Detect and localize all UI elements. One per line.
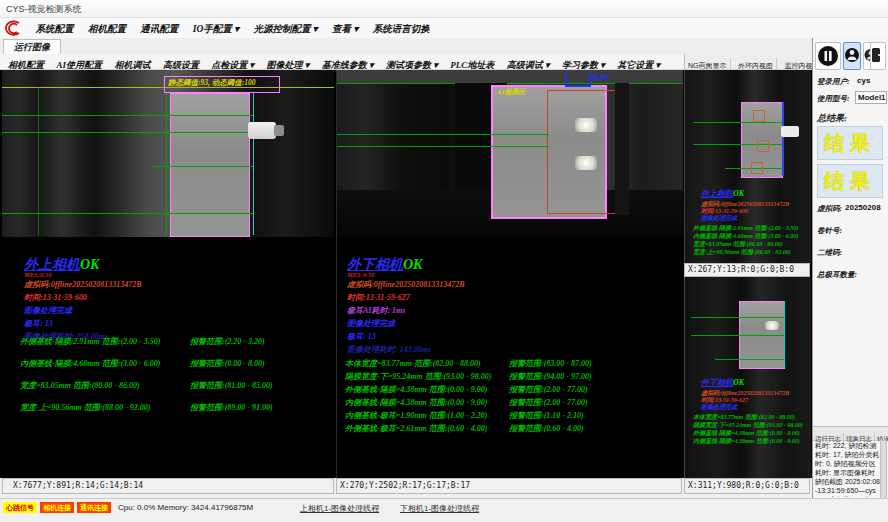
- virtual-code-label: 虚拟码:: [817, 204, 842, 214]
- thread-down-status[interactable]: 下相机1-图像处理线程: [400, 503, 479, 514]
- alarm-range: 报警范围:(83.00 - 87.00): [509, 358, 592, 369]
- green-guide-line: [337, 134, 549, 135]
- comm-status-badge: 通讯连接: [77, 502, 111, 513]
- green-guide-line: [337, 83, 683, 84]
- tool-spot-check[interactable]: 点检设置 ▾: [211, 57, 254, 70]
- camera-left-code: 虚拟码:0ffline2025020813313472B: [24, 279, 142, 290]
- tool-other-settings[interactable]: 其它设置 ▾: [617, 57, 660, 70]
- preview-bottom-name: 外下相机: [701, 378, 733, 387]
- log-text[interactable]: 耗时: 222, 缺陷检测耗时: 17, 缺陷分类耗时: 0, 缺陷视频分区耗时…: [815, 441, 881, 497]
- camera-left-image: 静态阈值:93, 动态阈值:100: [2, 70, 334, 237]
- blue-guide-vline: [782, 102, 784, 176]
- window-titlebar: CYS-视觉检测系统: [0, 0, 888, 18]
- camera-left-mes: MES:0/10: [24, 271, 51, 278]
- app-window: CYS-视觉检测系统 系统配置 相机配置 通讯配置 IO手配置 ▾ 光源控制配置…: [0, 0, 888, 522]
- window-statusbar: 心跳信号 相机连接 通讯连接 Cpu: 0.0% Memory: 3424.41…: [0, 498, 888, 517]
- preview-top-title: 外上相机OK: [701, 188, 744, 199]
- preview-bottom-measure: 内侧基线-隔膜=4.38mm 范围:(0.00 - 9.00): [693, 437, 800, 446]
- preview-top-measure: 宽度-上=90.56mm 范围:(88.00 - 92.00): [693, 248, 791, 257]
- camera-left-ok-status: OK: [80, 257, 99, 272]
- alarm-range: 报警范围:(2.20 - 3.20): [190, 336, 265, 347]
- tool-camera-debug[interactable]: 相机调试: [114, 57, 150, 70]
- measurement-row: 外侧基线-隔膜:2.91mm 范围:(2.00 - 3.50): [20, 336, 160, 347]
- camera-left-time: 时间:13-31-59-600: [24, 292, 87, 303]
- right-sidebar: 登录用户: cys 使用型号: Model1 总结果: 结果 结果 虚拟码: 2…: [812, 38, 888, 498]
- heartbeat-status-badge: 心跳信号: [3, 502, 37, 513]
- green-guide-line: [691, 335, 784, 336]
- green-guide-line: [337, 146, 549, 147]
- camera-mid-ok-status: OK: [403, 257, 422, 272]
- camera-left-statusbar: X:7677;Y:891;R:14;G:14;B:14: [2, 478, 334, 494]
- preview-view-bottom[interactable]: 外下相机OK 虚拟码:0ffline2025020813313472B 时间:1…: [684, 277, 811, 478]
- alarm-range: 报警范围:(94.00 - 97.00): [509, 371, 592, 382]
- pause-button[interactable]: [815, 42, 841, 70]
- alarm-range: 报警范围:(1.10 - 2.10): [509, 410, 584, 421]
- camera-view-left[interactable]: 静态阈值:93, 动态阈值:100 外上相机OK MES:0/10 虚拟码:0f…: [2, 70, 334, 478]
- alarm-range: 报警范围:(2.00 - 77.00): [509, 397, 588, 408]
- exit-button[interactable]: [870, 42, 886, 70]
- camera-mid-code: 虚拟码:0ffline2025020813313472B: [347, 279, 465, 290]
- menu-camera-config[interactable]: 相机配置: [88, 19, 126, 39]
- camera-left-done: 图像处理完成: [24, 305, 72, 316]
- measurement-row: 内侧基线-隔膜:4.60mm 范围:(3.00 - 6.00): [20, 358, 160, 369]
- total-result-label: 总结果:: [817, 112, 847, 125]
- menu-io-config[interactable]: IO手配置 ▾: [193, 19, 239, 39]
- connector-tip: [274, 125, 284, 136]
- measurement-row: 内侧基线-隔膜=4.38mm 范围:(0.00 - 9.00): [345, 397, 487, 408]
- qr-code-label: 二维码:: [817, 248, 842, 258]
- pin-number-label: 卷针号:: [817, 226, 842, 236]
- camera-mid-name: 外下相机: [347, 257, 403, 272]
- menu-language-switch[interactable]: 系统语言切换: [373, 19, 430, 39]
- green-guide-line: [2, 213, 253, 214]
- tool-plc-table[interactable]: PLC地址表: [450, 57, 494, 70]
- cyan-guide-vline: [784, 301, 785, 367]
- window-title: CYS-视觉检测系统: [6, 4, 82, 14]
- green-guide-line: [2, 132, 253, 133]
- thread-up-status[interactable]: 上相机1-图像处理线程: [300, 503, 379, 514]
- menu-comm-config[interactable]: 通讯配置: [140, 19, 178, 39]
- defect-marker-box: [757, 140, 769, 152]
- login-user-button[interactable]: [843, 42, 861, 70]
- measurement-row: 宽度-上=90.56mm 范围:(88.00 - 92.00): [20, 402, 150, 413]
- preview-bottom-ok: OK: [733, 378, 744, 387]
- tool-advanced-debug[interactable]: 高级调试 ▾: [507, 57, 550, 70]
- defect-marker-box: [753, 110, 765, 122]
- tab-strip: 运行图像: [0, 38, 812, 55]
- camera-mid-ai-time: 极耳AI耗时: 1ms: [347, 305, 405, 316]
- tool-test-params[interactable]: 测试项参数 ▾: [386, 57, 438, 70]
- result-indicator-lower: 结果: [817, 164, 883, 198]
- model-select[interactable]: Model1: [855, 91, 887, 104]
- green-guide-line: [2, 115, 253, 116]
- reflection-glint: [575, 118, 597, 132]
- preview-top-ok: OK: [733, 189, 744, 198]
- machine-block: [252, 70, 334, 237]
- tool-learn-params[interactable]: 学习参数 ▾: [562, 57, 605, 70]
- measurement-row: 内侧基线-极耳=1.90mm 范围:(1.00 - 2.20): [345, 410, 487, 421]
- preview-view-top[interactable]: 外上相机OK 虚拟码:0ffline2025020813313472B 时间:1…: [684, 70, 811, 263]
- tool-ai-config[interactable]: AI使用配置: [56, 57, 102, 70]
- camera-mid-image: AI检测区 20.80: [337, 70, 683, 237]
- camera-mid-mes: MES:0/10: [347, 271, 374, 278]
- green-guide-line: [693, 122, 782, 123]
- model-label: 使用型号:: [817, 94, 850, 104]
- preview-top-name: 外上相机: [701, 189, 733, 198]
- tool-advanced-settings[interactable]: 高级设置: [163, 57, 199, 70]
- green-guide-line: [152, 166, 253, 167]
- menu-bar: 系统配置 相机配置 通讯配置 IO手配置 ▾ 光源控制配置 ▾ 查看 ▾ 系统语…: [0, 18, 888, 39]
- virtual-code-value: 20250208: [845, 203, 881, 212]
- login-user-label: 登录用户:: [817, 77, 850, 87]
- total-tabs-label: 总极耳数量:: [817, 270, 857, 280]
- preview-tab-strip: NG画面显示 外环内视图 监控内视图: [684, 54, 812, 70]
- cpu-memory-status: Cpu: 0.0% Memory: 3424.41796875M: [118, 503, 253, 512]
- ai-detect-roi-box: [547, 90, 617, 214]
- menu-system-config[interactable]: 系统配置: [35, 19, 73, 39]
- tab-run-image[interactable]: 运行图像: [3, 39, 61, 55]
- camera-view-mid[interactable]: AI检测区 20.80 外下相机OK MES:0/10 虚拟码:0ffline2…: [336, 70, 683, 478]
- menu-view[interactable]: 查看 ▾: [332, 19, 358, 39]
- tool-camera-config[interactable]: 相机配置: [8, 57, 44, 70]
- log-scrollbar[interactable]: [880, 440, 887, 500]
- tool-image-process[interactable]: 图像处理 ▾: [267, 57, 310, 70]
- camera-left-tab-count: 极耳: 13: [24, 318, 53, 329]
- tool-baseline-params[interactable]: 基准线参数 ▾: [322, 57, 374, 70]
- menu-light-config[interactable]: 光源控制配置 ▾: [253, 19, 317, 39]
